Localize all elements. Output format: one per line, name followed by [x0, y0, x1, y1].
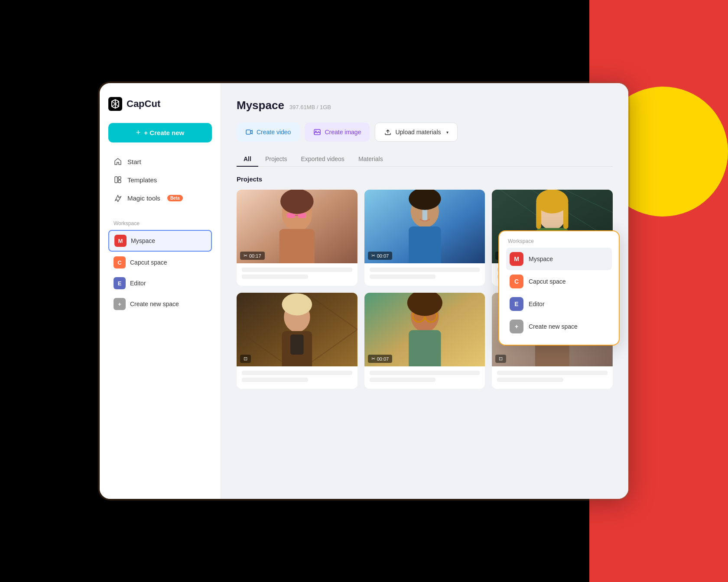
workspace-item-myspace[interactable]: M Myspace: [108, 230, 212, 252]
svg-point-35: [282, 293, 312, 315]
card-skeleton-4: [242, 371, 352, 375]
video-indicator-4: ⊡: [240, 355, 251, 363]
popup-editor-avatar: E: [510, 297, 523, 311]
capcut-avatar: C: [114, 256, 126, 268]
scissors-icon-5: ✂: [371, 356, 375, 362]
card-skeleton-6: [497, 371, 608, 375]
sidebar-item-magic-tools[interactable]: Magic tools Beta: [108, 189, 212, 207]
project-card-5[interactable]: ✂ 00:07: [364, 293, 485, 389]
projects-section-title: Projects: [237, 175, 613, 183]
card-skeleton-5: [370, 371, 480, 375]
card-skeleton-1b: [242, 275, 308, 279]
project-card-4[interactable]: ⊡: [237, 293, 358, 389]
card-meta-1: [237, 263, 358, 286]
workspace-item-create-space[interactable]: + Create new space: [108, 294, 212, 314]
sidebar-item-magic-tools-label: Magic tools: [127, 194, 160, 202]
capcut-logo-icon: [108, 97, 122, 111]
video-icon: [245, 128, 253, 136]
scissors-icon-2: ✂: [371, 253, 375, 259]
editor-label: Editor: [130, 280, 146, 287]
workspace-item-capcut[interactable]: C Capcut space: [108, 252, 212, 272]
tab-all[interactable]: All: [237, 152, 258, 167]
magic-icon: [114, 194, 122, 202]
myspace-label: Myspace: [131, 237, 155, 244]
card-skeleton-6b: [497, 378, 563, 382]
logo: CapCut: [108, 97, 212, 111]
popup-capcut-label: Capcut space: [529, 278, 566, 285]
create-space-avatar: +: [114, 298, 126, 310]
project-card-2[interactable]: ✂ 00:07: [364, 190, 485, 286]
create-image-button[interactable]: Create image: [305, 123, 370, 142]
scissors-icon-1: ✂: [244, 253, 247, 259]
tab-materials[interactable]: Materials: [351, 152, 390, 167]
project-thumb-4: ⊡: [237, 293, 358, 366]
popup-create-label: Create new space: [529, 323, 578, 330]
svg-rect-38: [409, 330, 441, 366]
popup-item-create-space[interactable]: + Create new space: [506, 315, 612, 338]
card-skeleton-5b: [370, 378, 436, 382]
create-image-label: Create image: [325, 129, 361, 136]
svg-rect-6: [118, 180, 121, 183]
popup-item-myspace[interactable]: M Myspace: [506, 248, 612, 270]
page-title: Myspace: [237, 99, 284, 112]
popup-myspace-label: Myspace: [529, 255, 553, 262]
card-skeleton-1: [242, 268, 352, 272]
editor-avatar: E: [114, 277, 126, 289]
popup-workspace-label: Workspace: [506, 238, 612, 244]
card-meta-2: [364, 263, 485, 286]
workspace-section-label: Workspace: [108, 220, 212, 226]
video-duration-2: ✂ 00:07: [368, 252, 393, 260]
card-meta-6: [492, 366, 613, 389]
video-indicator-6: ⊡: [495, 355, 506, 363]
logo-text: CapCut: [127, 98, 160, 110]
myspace-avatar: M: [114, 235, 127, 247]
svg-rect-29: [536, 201, 542, 229]
upload-materials-label: Upload materials: [395, 129, 441, 136]
svg-rect-12: [280, 229, 315, 263]
tabs-row: All Projects Exported videos Materials: [237, 152, 613, 167]
popup-editor-label: Editor: [529, 301, 545, 307]
sidebar-item-start-label: Start: [127, 158, 141, 165]
nav-section: Start Templates Magic to: [108, 153, 212, 207]
image-icon: [313, 128, 321, 136]
sidebar-item-templates[interactable]: Templates: [108, 171, 212, 188]
svg-rect-4: [115, 177, 117, 183]
tab-projects[interactable]: Projects: [258, 152, 294, 167]
card-skeleton-2b: [370, 275, 436, 279]
video-duration-1: ✂ 00:17: [240, 252, 265, 260]
create-new-button[interactable]: + + Create new: [108, 123, 212, 142]
upload-materials-button[interactable]: Upload materials ▾: [375, 123, 457, 142]
svg-rect-5: [118, 177, 121, 179]
sidebar-item-start[interactable]: Start: [108, 153, 212, 170]
card-meta-4: [237, 366, 358, 389]
plus-icon: +: [136, 128, 141, 137]
templates-icon: [114, 175, 122, 184]
project-image-4: [237, 293, 358, 366]
beta-badge: Beta: [167, 195, 183, 201]
project-card-1[interactable]: ✂ 00:17: [237, 190, 358, 286]
tab-exported-videos[interactable]: Exported videos: [294, 152, 351, 167]
sidebar: CapCut + + Create new Start: [100, 83, 221, 499]
popup-item-editor[interactable]: E Editor: [506, 293, 612, 315]
action-buttons: Create video Create image: [237, 123, 613, 142]
sidebar-item-templates-label: Templates: [127, 176, 157, 184]
card-meta-5: [364, 366, 485, 389]
create-video-button[interactable]: Create video: [237, 123, 299, 142]
page-header: Myspace 397.61MB / 1GB: [237, 99, 613, 112]
project-thumb-5: ✂ 00:07: [364, 293, 485, 366]
upload-chevron-icon: ▾: [446, 130, 448, 135]
popup-item-capcut[interactable]: C Capcut space: [506, 270, 612, 293]
upload-icon: [384, 128, 392, 136]
create-new-label: + Create new: [144, 129, 184, 136]
svg-point-16: [280, 190, 314, 214]
workspace-popup: Workspace M Myspace C Capcut space E Edi…: [498, 230, 620, 346]
popup-myspace-avatar: M: [510, 252, 523, 266]
svg-rect-7: [246, 130, 250, 134]
svg-rect-30: [563, 201, 569, 229]
workspace-items: M Myspace C Capcut space E Editor + Crea…: [108, 230, 212, 314]
card-skeleton-2: [370, 268, 480, 272]
capcut-label: Capcut space: [130, 259, 167, 266]
video-duration-5: ✂ 00:07: [368, 355, 393, 363]
workspace-item-editor[interactable]: E Editor: [108, 273, 212, 293]
home-icon: [114, 157, 122, 166]
